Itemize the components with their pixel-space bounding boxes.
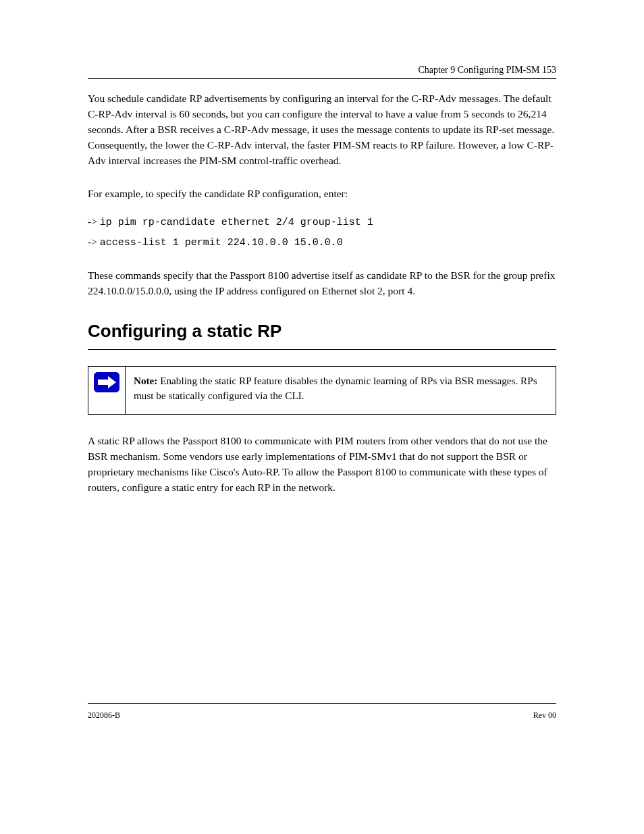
note-text: Note: Enabling the static RP feature dis… [126, 367, 556, 414]
example-block: -> ip pim rp-candidate ethernet 2/4 grou… [88, 214, 556, 251]
note-body: Enabling the static RP feature disables … [134, 375, 537, 401]
note-box: Note: Enabling the static RP feature dis… [88, 366, 556, 415]
body-text: You schedule candidate RP advertisements… [88, 91, 556, 496]
example-line-1: -> ip pim rp-candidate ethernet 2/4 grou… [88, 214, 556, 230]
cli-command-1: ip pim rp-candidate ethernet 2/4 group-l… [100, 217, 373, 228]
cli-command-2: access-list 1 permit 224.10.0.0 15.0.0.0 [100, 237, 343, 249]
prompt-arrow: -> [88, 236, 97, 247]
paragraph-static-rp: A static RP allows the Passport 8100 to … [88, 434, 556, 496]
example-intro: For example, to specify the candidate RP… [88, 186, 556, 202]
document-page: Chapter 9 Configuring PIM-SM 153 You sch… [0, 0, 644, 834]
page-footer: 202086-B Rev 00 [88, 703, 556, 721]
note-icon-cell [88, 367, 126, 414]
footer-divider [88, 703, 556, 704]
header-divider [88, 78, 556, 79]
footer-doc-id: 202086-B [88, 710, 120, 721]
running-header: Chapter 9 Configuring PIM-SM 153 [88, 65, 556, 76]
example-line-2: -> access-list 1 permit 224.10.0.0 15.0.… [88, 234, 556, 251]
footer-revision: Rev 00 [533, 710, 556, 721]
paragraph-explain: These commands specify that the Passport… [88, 268, 556, 299]
paragraph-interval: You schedule candidate RP advertisements… [88, 91, 556, 169]
section-divider [88, 349, 556, 350]
note-label: Note: [134, 375, 157, 386]
footer-line: 202086-B Rev 00 [88, 710, 556, 721]
prompt-arrow: -> [88, 215, 97, 227]
arrow-right-icon [94, 372, 119, 392]
section-heading-static-rp: Configuring a static RP [88, 318, 556, 344]
svg-rect-1 [98, 380, 108, 385]
